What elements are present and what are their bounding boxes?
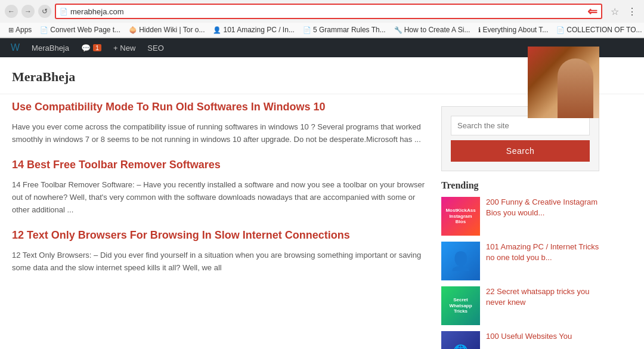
forward-button[interactable]: → [21, 5, 35, 18]
post-title-3[interactable]: 12 Text Only Browsers For Browsing In Sl… [12, 228, 429, 242]
search-input[interactable] [451, 116, 590, 135]
wp-logo-item[interactable]: W [5, 38, 26, 57]
wp-new-item[interactable]: + New [107, 38, 141, 57]
bookmark-apps[interactable]: ⊞ Apps [5, 24, 35, 35]
bookmark-apps-label: Apps [16, 26, 32, 34]
trending-item-2: 👤 101 Amazing PC / Internet Tricks no on… [441, 242, 599, 280]
wp-comment-count: 1 [93, 44, 101, 51]
trending-thumb-4: 🌐 [441, 331, 480, 349]
post-item: Use Compatibility Mode To Run Old Softwa… [12, 100, 429, 146]
reload-button[interactable]: ↺ [38, 5, 51, 18]
wp-comments-item[interactable]: 💬 1 [75, 38, 107, 57]
instagram-thumb: MostKickAss Instagram Bios [441, 197, 480, 236]
bookmark-101pc-label: 101 Amazing PC / In... [223, 26, 294, 34]
bookmark-hidden-label: Hidden Wiki | Tor o... [139, 26, 205, 34]
trending-thumb-2: 👤 [441, 242, 480, 280]
howto-icon: 🔧 [394, 26, 402, 34]
bookmark-collection[interactable]: 📄 COLLECTION OF TO... [553, 24, 644, 35]
trending-thumb-3: Secret Whatsapp Tricks [441, 286, 480, 325]
pc-thumb-icon: 👤 [450, 251, 472, 271]
post-excerpt-2: 14 Free Toolbar Remover Software: – Have… [12, 179, 429, 216]
wp-seo-label: SEO [147, 44, 163, 52]
hidden-icon: 🧅 [129, 26, 137, 34]
bookmark-101pc[interactable]: 👤 101 Amazing PC / In... [209, 24, 298, 35]
post-item: 14 Best Free Toolbar Remover Softwares 1… [12, 158, 429, 217]
browser-chrome: ← → ↺ 📄 ⇐ ☆ ⋮ ⊞ Apps 📄 Convert Web Page … [0, 0, 644, 38]
trending-text-1: 200 Funny & Creative Instagram Bios you … [486, 197, 599, 218]
101pc-icon: 👤 [213, 26, 221, 34]
websites-thumb: 🌐 [441, 331, 480, 349]
bookmark-everything[interactable]: ℹ Everything About T... [475, 24, 552, 35]
page-icon: 📄 [60, 8, 68, 16]
whatsapp-thumb: Secret Whatsapp Tricks [441, 286, 480, 325]
browser-nav: ← → ↺ 📄 ⇐ ☆ ⋮ [0, 0, 644, 23]
browser-menu-button[interactable]: ⋮ [625, 4, 639, 18]
bookmark-hidden[interactable]: 🧅 Hidden Wiki | Tor o... [125, 24, 208, 35]
wp-new-label: + New [113, 44, 135, 52]
bookmark-everything-label: Everything About T... [482, 26, 548, 34]
wp-comments-icon: 💬 [81, 44, 91, 52]
grammar-icon: 📄 [303, 26, 311, 34]
trending-link-3[interactable]: 22 Secret whatsapp tricks you never knew [486, 287, 589, 307]
trending-link-1[interactable]: 200 Funny & Creative Instagram Bios you … [486, 197, 597, 217]
post-excerpt-1: Have you ever come across the compatibil… [12, 121, 429, 146]
bookmarks-bar: ⊞ Apps 📄 Convert Web Page t... 🧅 Hidden … [0, 23, 644, 38]
bookmark-howto-label: How to Create A Si... [404, 26, 470, 34]
wp-site-name-item[interactable]: MeraBheja [26, 38, 75, 57]
whatsapp-thumb-label: Secret Whatsapp Tricks [444, 297, 478, 314]
bookmark-convert-label: Convert Web Page t... [50, 26, 120, 34]
wp-logo-icon: W [11, 42, 20, 53]
trending-text-4: 100 Useful Websites You [486, 331, 599, 342]
wp-seo-item[interactable]: SEO [141, 38, 169, 57]
back-button[interactable]: ← [5, 5, 18, 18]
trending-item-3: Secret Whatsapp Tricks 22 Secret whatsap… [441, 286, 599, 325]
bookmark-howto[interactable]: 🔧 How to Create A Si... [391, 24, 474, 35]
content-area: Use Compatibility Mode To Run Old Softwa… [0, 94, 644, 349]
trending-text-3: 22 Secret whatsapp tricks you never knew [486, 286, 599, 308]
trending-item-4: 🌐 100 Useful Websites You [441, 331, 599, 349]
trending-text-2: 101 Amazing PC / Internet Tricks no one … [486, 242, 599, 263]
hero-image [528, 47, 599, 118]
address-arrow: ⇐ [587, 4, 597, 18]
trending-link-2[interactable]: 101 Amazing PC / Internet Tricks no one … [486, 242, 599, 262]
bookmark-convert[interactable]: 📄 Convert Web Page t... [36, 24, 124, 35]
sidebar: Search Trending MostKickAss Instagram Bi… [441, 100, 599, 349]
address-bar-container: 📄 ⇐ [55, 4, 602, 19]
pc-thumb: 👤 [441, 242, 480, 280]
instagram-thumb-label: MostKickAss Instagram Bios [444, 208, 478, 225]
wp-site-name: MeraBheja [32, 44, 69, 52]
trending-title: Trending [441, 180, 599, 191]
bookmark-collection-label: COLLECTION OF TO... [566, 26, 642, 34]
post-title-2[interactable]: 14 Best Free Toolbar Remover Softwares [12, 158, 429, 172]
convert-icon: 📄 [40, 26, 48, 34]
post-item: 12 Text Only Browsers For Browsing In Sl… [12, 228, 429, 274]
collection-icon: 📄 [556, 26, 565, 34]
post-excerpt-3: 12 Text Only Browsers: – Did you ever fi… [12, 249, 429, 274]
bookmark-grammar[interactable]: 📄 5 Grammar Rules Th... [299, 24, 389, 35]
trending-link-4[interactable]: 100 Useful Websites You [486, 332, 572, 341]
post-title-1[interactable]: Use Compatibility Mode To Run Old Softwa… [12, 100, 429, 114]
bookmark-grammar-label: 5 Grammar Rules Th... [313, 26, 386, 34]
trending-thumb-1: MostKickAss Instagram Bios [441, 197, 480, 236]
main-content: Use Compatibility Mode To Run Old Softwa… [12, 100, 429, 349]
address-input[interactable] [70, 7, 583, 16]
trending-item-1: MostKickAss Instagram Bios 200 Funny & C… [441, 197, 599, 236]
search-button[interactable]: Search [451, 140, 590, 162]
bookmark-star-button[interactable]: ☆ [608, 5, 621, 18]
apps-icon: ⊞ [8, 26, 14, 34]
websites-thumb-icon: 🌐 [453, 344, 468, 350]
everything-icon: ℹ [478, 26, 481, 34]
